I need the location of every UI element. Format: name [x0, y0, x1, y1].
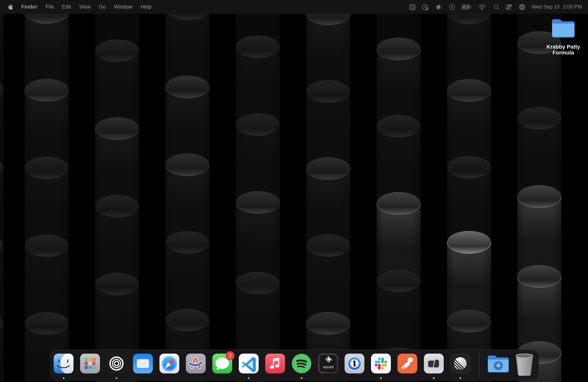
svg-text:raycast: raycast	[323, 365, 334, 369]
